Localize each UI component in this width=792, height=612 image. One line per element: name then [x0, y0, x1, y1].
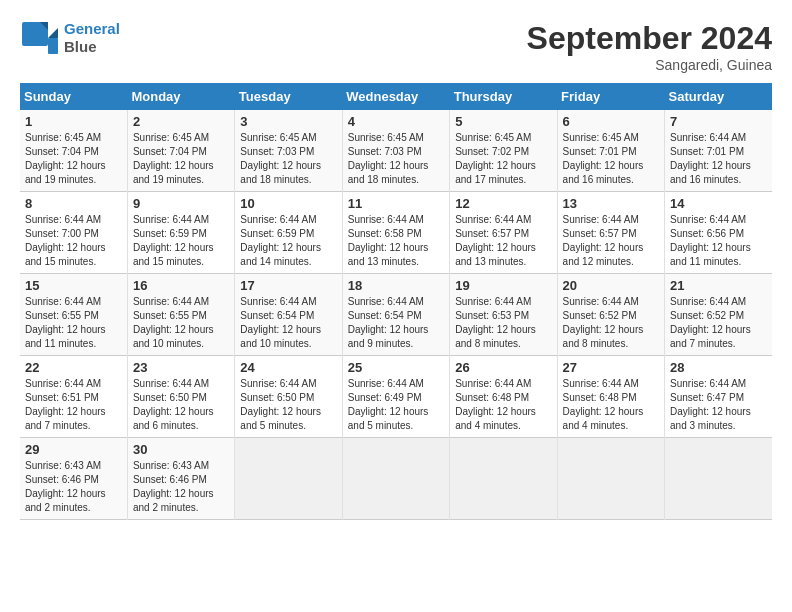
cell-content: Sunrise: 6:44 AM Sunset: 6:51 PM Dayligh… [25, 377, 122, 433]
calendar-cell: 19 Sunrise: 6:44 AM Sunset: 6:53 PM Dayl… [450, 274, 557, 356]
cell-content: Sunrise: 6:43 AM Sunset: 6:46 PM Dayligh… [133, 459, 229, 515]
calendar-cell: 17 Sunrise: 6:44 AM Sunset: 6:54 PM Dayl… [235, 274, 342, 356]
month-title: September 2024 [527, 20, 772, 57]
calendar-cell: 22 Sunrise: 6:44 AM Sunset: 6:51 PM Dayl… [20, 356, 127, 438]
cell-content: Sunrise: 6:45 AM Sunset: 7:04 PM Dayligh… [133, 131, 229, 187]
day-number: 14 [670, 196, 767, 211]
calendar-week-row: 8 Sunrise: 6:44 AM Sunset: 7:00 PM Dayli… [20, 192, 772, 274]
svg-marker-3 [48, 28, 58, 38]
cell-content: Sunrise: 6:44 AM Sunset: 6:50 PM Dayligh… [133, 377, 229, 433]
day-number: 19 [455, 278, 551, 293]
calendar-cell: 6 Sunrise: 6:45 AM Sunset: 7:01 PM Dayli… [557, 110, 664, 192]
cell-content: Sunrise: 6:44 AM Sunset: 6:54 PM Dayligh… [240, 295, 336, 351]
calendar-table: SundayMondayTuesdayWednesdayThursdayFrid… [20, 83, 772, 520]
calendar-cell: 4 Sunrise: 6:45 AM Sunset: 7:03 PM Dayli… [342, 110, 449, 192]
day-number: 13 [563, 196, 659, 211]
calendar-header-row: SundayMondayTuesdayWednesdayThursdayFrid… [20, 83, 772, 110]
day-number: 17 [240, 278, 336, 293]
day-header-saturday: Saturday [665, 83, 772, 110]
day-number: 2 [133, 114, 229, 129]
calendar-cell: 16 Sunrise: 6:44 AM Sunset: 6:55 PM Dayl… [127, 274, 234, 356]
day-number: 24 [240, 360, 336, 375]
day-number: 6 [563, 114, 659, 129]
day-number: 18 [348, 278, 444, 293]
calendar-cell: 1 Sunrise: 6:45 AM Sunset: 7:04 PM Dayli… [20, 110, 127, 192]
calendar-cell: 8 Sunrise: 6:44 AM Sunset: 7:00 PM Dayli… [20, 192, 127, 274]
cell-content: Sunrise: 6:44 AM Sunset: 6:52 PM Dayligh… [563, 295, 659, 351]
cell-content: Sunrise: 6:44 AM Sunset: 6:50 PM Dayligh… [240, 377, 336, 433]
page-header: GeneralBlue September 2024 Sangaredi, Gu… [20, 20, 772, 73]
calendar-week-row: 29 Sunrise: 6:43 AM Sunset: 6:46 PM Dayl… [20, 438, 772, 520]
cell-content: Sunrise: 6:45 AM Sunset: 7:03 PM Dayligh… [348, 131, 444, 187]
calendar-cell: 29 Sunrise: 6:43 AM Sunset: 6:46 PM Dayl… [20, 438, 127, 520]
cell-content: Sunrise: 6:44 AM Sunset: 6:47 PM Dayligh… [670, 377, 767, 433]
day-number: 29 [25, 442, 122, 457]
title-block: September 2024 Sangaredi, Guinea [527, 20, 772, 73]
day-number: 20 [563, 278, 659, 293]
cell-content: Sunrise: 6:45 AM Sunset: 7:01 PM Dayligh… [563, 131, 659, 187]
calendar-cell [235, 438, 342, 520]
calendar-cell: 15 Sunrise: 6:44 AM Sunset: 6:55 PM Dayl… [20, 274, 127, 356]
day-number: 1 [25, 114, 122, 129]
day-number: 25 [348, 360, 444, 375]
calendar-cell: 13 Sunrise: 6:44 AM Sunset: 6:57 PM Dayl… [557, 192, 664, 274]
day-number: 15 [25, 278, 122, 293]
calendar-cell: 7 Sunrise: 6:44 AM Sunset: 7:01 PM Dayli… [665, 110, 772, 192]
day-number: 21 [670, 278, 767, 293]
calendar-cell: 11 Sunrise: 6:44 AM Sunset: 6:58 PM Dayl… [342, 192, 449, 274]
calendar-cell: 2 Sunrise: 6:45 AM Sunset: 7:04 PM Dayli… [127, 110, 234, 192]
day-number: 8 [25, 196, 122, 211]
cell-content: Sunrise: 6:44 AM Sunset: 6:48 PM Dayligh… [563, 377, 659, 433]
day-number: 9 [133, 196, 229, 211]
calendar-cell [342, 438, 449, 520]
cell-content: Sunrise: 6:44 AM Sunset: 7:01 PM Dayligh… [670, 131, 767, 187]
cell-content: Sunrise: 6:44 AM Sunset: 6:57 PM Dayligh… [455, 213, 551, 269]
day-number: 16 [133, 278, 229, 293]
calendar-cell: 30 Sunrise: 6:43 AM Sunset: 6:46 PM Dayl… [127, 438, 234, 520]
day-header-monday: Monday [127, 83, 234, 110]
calendar-cell: 3 Sunrise: 6:45 AM Sunset: 7:03 PM Dayli… [235, 110, 342, 192]
calendar-cell: 10 Sunrise: 6:44 AM Sunset: 6:59 PM Dayl… [235, 192, 342, 274]
day-number: 22 [25, 360, 122, 375]
day-number: 23 [133, 360, 229, 375]
calendar-cell: 27 Sunrise: 6:44 AM Sunset: 6:48 PM Dayl… [557, 356, 664, 438]
calendar-cell: 23 Sunrise: 6:44 AM Sunset: 6:50 PM Dayl… [127, 356, 234, 438]
day-number: 7 [670, 114, 767, 129]
svg-rect-2 [48, 38, 58, 54]
cell-content: Sunrise: 6:45 AM Sunset: 7:02 PM Dayligh… [455, 131, 551, 187]
day-number: 11 [348, 196, 444, 211]
day-number: 5 [455, 114, 551, 129]
calendar-cell [665, 438, 772, 520]
calendar-week-row: 15 Sunrise: 6:44 AM Sunset: 6:55 PM Dayl… [20, 274, 772, 356]
calendar-cell: 9 Sunrise: 6:44 AM Sunset: 6:59 PM Dayli… [127, 192, 234, 274]
calendar-cell [450, 438, 557, 520]
calendar-cell: 25 Sunrise: 6:44 AM Sunset: 6:49 PM Dayl… [342, 356, 449, 438]
day-number: 12 [455, 196, 551, 211]
day-number: 10 [240, 196, 336, 211]
cell-content: Sunrise: 6:44 AM Sunset: 6:52 PM Dayligh… [670, 295, 767, 351]
cell-content: Sunrise: 6:44 AM Sunset: 7:00 PM Dayligh… [25, 213, 122, 269]
cell-content: Sunrise: 6:44 AM Sunset: 6:57 PM Dayligh… [563, 213, 659, 269]
cell-content: Sunrise: 6:44 AM Sunset: 6:56 PM Dayligh… [670, 213, 767, 269]
cell-content: Sunrise: 6:44 AM Sunset: 6:59 PM Dayligh… [133, 213, 229, 269]
cell-content: Sunrise: 6:45 AM Sunset: 7:04 PM Dayligh… [25, 131, 122, 187]
day-number: 4 [348, 114, 444, 129]
calendar-cell [557, 438, 664, 520]
cell-content: Sunrise: 6:44 AM Sunset: 6:53 PM Dayligh… [455, 295, 551, 351]
calendar-cell: 5 Sunrise: 6:45 AM Sunset: 7:02 PM Dayli… [450, 110, 557, 192]
cell-content: Sunrise: 6:44 AM Sunset: 6:59 PM Dayligh… [240, 213, 336, 269]
cell-content: Sunrise: 6:43 AM Sunset: 6:46 PM Dayligh… [25, 459, 122, 515]
cell-content: Sunrise: 6:44 AM Sunset: 6:55 PM Dayligh… [25, 295, 122, 351]
logo: GeneralBlue [20, 20, 120, 56]
calendar-cell: 20 Sunrise: 6:44 AM Sunset: 6:52 PM Dayl… [557, 274, 664, 356]
calendar-week-row: 22 Sunrise: 6:44 AM Sunset: 6:51 PM Dayl… [20, 356, 772, 438]
cell-content: Sunrise: 6:45 AM Sunset: 7:03 PM Dayligh… [240, 131, 336, 187]
day-header-thursday: Thursday [450, 83, 557, 110]
day-number: 27 [563, 360, 659, 375]
day-number: 26 [455, 360, 551, 375]
day-header-friday: Friday [557, 83, 664, 110]
calendar-cell: 18 Sunrise: 6:44 AM Sunset: 6:54 PM Dayl… [342, 274, 449, 356]
day-header-sunday: Sunday [20, 83, 127, 110]
cell-content: Sunrise: 6:44 AM Sunset: 6:49 PM Dayligh… [348, 377, 444, 433]
day-header-tuesday: Tuesday [235, 83, 342, 110]
